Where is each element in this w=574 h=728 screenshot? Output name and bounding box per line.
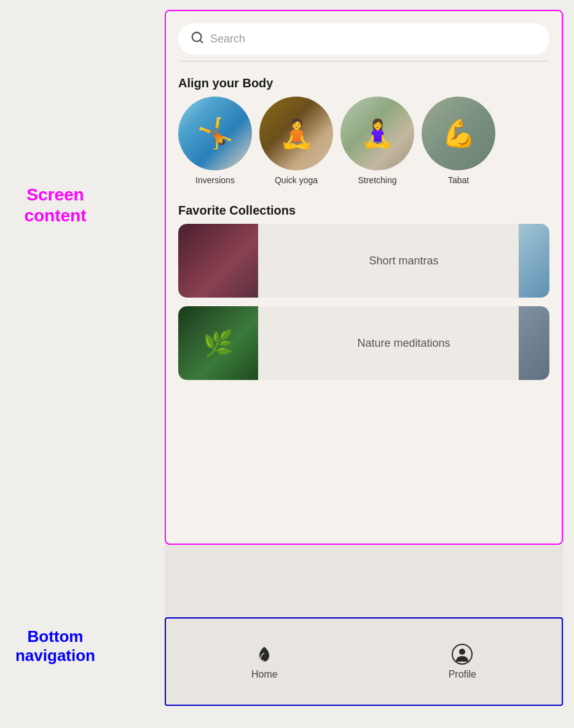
svg-point-3: [459, 649, 465, 655]
tabata-circle: [422, 97, 495, 170]
profile-person-icon: [451, 643, 473, 665]
category-item-inversions[interactable]: Inversions: [178, 97, 252, 185]
stretching-circle: [340, 97, 414, 170]
category-item-tabata[interactable]: Tabat: [422, 97, 495, 185]
inversions-circle: [178, 97, 252, 170]
nav-item-profile[interactable]: Profile: [449, 643, 476, 680]
home-nav-label: Home: [251, 669, 278, 680]
stretching-label: Stretching: [358, 175, 396, 185]
quick-yoga-label: Quick yoga: [275, 175, 318, 185]
search-bar[interactable]: Search: [178, 23, 549, 55]
screen-content-annotation: Screen content: [12, 184, 98, 226]
nature-right-thumbnail: [519, 306, 549, 380]
search-area: Search: [166, 11, 562, 61]
mantras-right-thumbnail: [519, 224, 549, 298]
home-leaf-icon: [253, 643, 275, 665]
bottom-gray-area: [165, 545, 563, 617]
mantras-thumbnail: [178, 224, 258, 298]
profile-nav-label: Profile: [449, 669, 476, 680]
collections-section-title: Favorite Collections: [166, 195, 562, 224]
screen-content-box: Search Align your Body Inversions Quick …: [165, 10, 563, 545]
category-item-quick-yoga[interactable]: Quick yoga: [259, 97, 333, 185]
collection-card-nature[interactable]: Nature meditations: [178, 306, 549, 380]
search-input[interactable]: Search: [210, 33, 245, 46]
mantras-label-area: Short mantras: [258, 255, 549, 267]
tabata-label: Tabat: [448, 175, 469, 185]
search-icon: [191, 31, 204, 47]
inversions-label: Inversions: [195, 175, 235, 185]
nature-label: Nature meditations: [357, 337, 450, 350]
align-section-title: Align your Body: [166, 68, 562, 97]
bottom-navigation-annotation: Bottom navigation: [6, 627, 104, 665]
svg-line-1: [200, 40, 202, 42]
nav-item-home[interactable]: Home: [251, 643, 278, 680]
search-divider: [178, 61, 549, 61]
categories-row: Inversions Quick yoga Stretching Tabat: [166, 97, 562, 195]
nature-thumbnail: [178, 306, 258, 380]
nature-label-area: Nature meditations: [258, 337, 549, 350]
collections-area: Short mantras Nature meditations: [166, 224, 562, 380]
collection-card-mantras[interactable]: Short mantras: [178, 224, 549, 298]
category-item-stretching[interactable]: Stretching: [340, 97, 414, 185]
bottom-navigation: Home Profile: [165, 617, 563, 706]
quick-yoga-circle: [259, 97, 333, 170]
mantras-label: Short mantras: [369, 255, 438, 267]
